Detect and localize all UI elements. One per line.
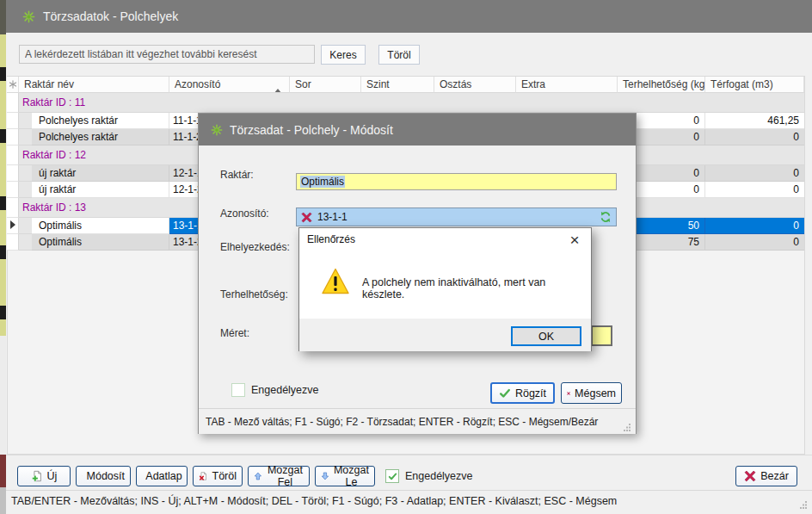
- row-indicator-cell: [7, 182, 19, 198]
- search-input[interactable]: [19, 45, 315, 64]
- row-indicator-cell: [7, 129, 19, 146]
- doc-new-icon: [31, 470, 43, 482]
- row-indicator-cell: [7, 113, 19, 129]
- column-header[interactable]: Osztás: [434, 77, 516, 93]
- warehouse-name-cell: Polchelyes raktár: [32, 129, 169, 146]
- cancel-button-label: Mégsem: [575, 387, 616, 399]
- delete-button[interactable]: Töröl: [193, 466, 243, 486]
- volume-cell: 0: [705, 165, 804, 182]
- warehouse-name-cell: új raktár: [32, 182, 169, 198]
- warning-icon: [321, 267, 350, 296]
- alert-dialog: Ellenőrzés × A polchely nem inaktiválhat…: [298, 227, 592, 351]
- warehouse-name-cell: Optimális: [32, 218, 169, 234]
- modify-dialog-title: Törzsadat - Polchely - Módosít: [230, 123, 393, 137]
- column-header-label: Szint: [366, 78, 390, 90]
- resize-grip-icon[interactable]: [624, 422, 631, 430]
- main-titlebar[interactable]: Törzsadatok - Polchelyek: [6, 0, 812, 33]
- alert-title: Ellenőrzés: [307, 233, 355, 245]
- alert-titlebar[interactable]: Ellenőrzés: [299, 228, 591, 251]
- red-x-icon: [567, 387, 570, 399]
- desktop-mark: [0, 129, 6, 143]
- raktar-value: Optimális: [300, 176, 345, 188]
- group-indent-cell: [19, 182, 32, 198]
- desktop-strip: [0, 0, 6, 514]
- main-status-text: TAB/ENTER - Mezőváltás; INS - Új; ALT+M …: [11, 495, 617, 507]
- modify-dialog-titlebar[interactable]: Törzsadat - Polchely - Módosít: [199, 114, 636, 146]
- row-indicator-cell: [7, 218, 19, 234]
- row-indicator-cell: [7, 93, 19, 113]
- search-button[interactable]: Keres: [321, 45, 366, 65]
- warehouse-name-cell: új raktár: [32, 165, 169, 182]
- column-header-label: Extra: [521, 78, 545, 90]
- volume-cell: 0: [705, 129, 804, 146]
- modal-statusbar: TAB - Mező váltás; F1 - Súgó; F2 - Törzs…: [199, 408, 636, 434]
- raktar-label: Raktár:: [220, 169, 254, 181]
- desktop-mark: [0, 306, 6, 319]
- column-header[interactable]: Azonosító: [169, 77, 290, 93]
- volume-cell: 0: [705, 218, 804, 234]
- volume-cell: 0: [705, 182, 804, 198]
- sort-asc-icon: [274, 83, 282, 93]
- button-label: Módosít: [87, 470, 125, 482]
- move-up-button[interactable]: Mozgat Fel: [248, 466, 310, 486]
- clear-search-button[interactable]: Töröl: [378, 45, 420, 65]
- enabled-checkbox[interactable]: [385, 469, 399, 483]
- row-pointer-icon: [9, 220, 16, 232]
- column-header-label: Sor: [295, 78, 311, 90]
- azonosito-field[interactable]: 13-1-1: [296, 207, 617, 226]
- meret-label: Méret:: [220, 327, 249, 339]
- group-indent-cell: [19, 129, 32, 146]
- button-label: Töröl: [212, 470, 237, 482]
- new-button[interactable]: Új: [17, 466, 71, 486]
- enabled-checkbox-label: Engedélyezve: [405, 470, 473, 482]
- group-indent-cell: [19, 113, 32, 129]
- column-header-label: Terhelhetőség (kg): [623, 78, 705, 90]
- move-down-button[interactable]: Mozgat Le: [315, 466, 375, 486]
- modify-button[interactable]: Módosít: [76, 466, 131, 486]
- save-button-label: Rögzít: [515, 387, 546, 399]
- close-icon[interactable]: ×: [563, 228, 586, 251]
- cancel-button[interactable]: Mégsem: [561, 382, 622, 404]
- warehouse-name-cell: Optimális: [32, 234, 169, 251]
- red-x-icon: [744, 470, 756, 482]
- group-row[interactable]: Raktár ID : 11: [7, 93, 804, 113]
- doc-delete-icon: [199, 470, 208, 482]
- modal-enabled-checkbox[interactable]: [231, 383, 245, 397]
- column-header[interactable]: Raktár név: [19, 77, 169, 93]
- terhelhetoseg-label: Terhelhetőség:: [220, 288, 288, 300]
- row-indicator-cell: [7, 146, 19, 165]
- indicator-column-header[interactable]: [7, 77, 19, 93]
- column-header-label: Raktár név: [24, 78, 74, 90]
- datasheet-button[interactable]: Adatlap: [136, 466, 188, 486]
- column-header[interactable]: Terhelhetőség (kg): [618, 77, 705, 93]
- check-icon: [388, 472, 397, 481]
- column-header-label: Azonosító: [175, 78, 220, 90]
- close-window-button[interactable]: Bezár: [735, 466, 797, 486]
- meret-field[interactable]: [591, 325, 612, 346]
- resize-grip-icon[interactable]: [800, 499, 808, 507]
- column-header[interactable]: Extra: [516, 77, 618, 93]
- save-button[interactable]: Rögzít: [490, 382, 555, 404]
- red-x-icon: [301, 212, 312, 223]
- button-label: Mozgat Fel: [267, 464, 304, 488]
- button-label: Új: [47, 470, 58, 482]
- column-header[interactable]: Szint: [361, 77, 434, 93]
- screen: Törzsadatok - Polchelyek Keres Töröl Rak…: [0, 0, 812, 514]
- app-icon: [22, 10, 35, 23]
- column-header[interactable]: Térfogat (m3): [705, 77, 804, 93]
- elhelyezkedes-label: Elhelyezkedés:: [220, 241, 290, 253]
- row-indicator-cell: [7, 198, 19, 218]
- modal-status-text: TAB - Mező váltás; F1 - Súgó; F2 - Törzs…: [206, 416, 598, 428]
- footer-separator: [6, 455, 812, 455]
- desktop-mark: [0, 196, 6, 210]
- ok-button[interactable]: OK: [511, 326, 581, 346]
- column-header[interactable]: Sor: [290, 77, 361, 93]
- volume-cell: 0: [705, 234, 804, 251]
- group-indent-cell: [19, 165, 32, 182]
- modal-enabled-checkbox-label: Engedélyezve: [251, 384, 319, 396]
- desktop-mark: [0, 245, 6, 259]
- arrow-up-icon: [254, 470, 262, 482]
- raktar-field[interactable]: Optimális: [296, 173, 617, 190]
- refresh-icon[interactable]: [600, 211, 612, 223]
- azonosito-value: 13-1-1: [317, 211, 348, 223]
